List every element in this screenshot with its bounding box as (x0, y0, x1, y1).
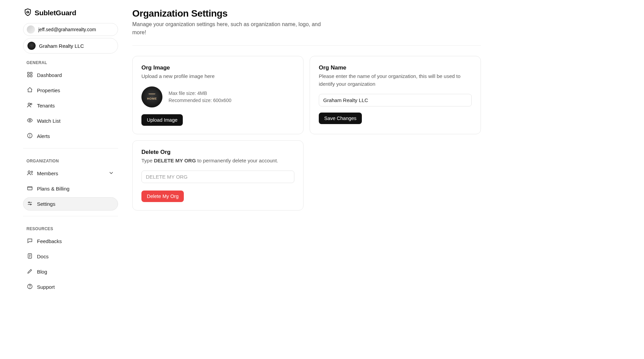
svg-rect-2 (27, 75, 29, 77)
card-subtitle: Upload a new profile image here (141, 73, 294, 80)
shield-home-icon (24, 8, 32, 18)
sidebar-item-blog[interactable]: Blog (23, 265, 118, 278)
delete-bold: DELETE MY ORG (154, 158, 196, 163)
card-title: Org Name (319, 64, 472, 71)
svg-rect-0 (27, 72, 29, 74)
divider (132, 45, 481, 46)
sidebar-item-tenants[interactable]: Tenants (23, 99, 118, 112)
sidebar-item-label: Tenants (37, 103, 55, 108)
org-name-label: Graham Realty LLC (39, 43, 84, 49)
sidebar-item-label: Members (37, 171, 58, 176)
svg-point-9 (30, 137, 30, 137)
org-image-preview: HOME (141, 86, 162, 107)
sidebar-item-label: Settings (37, 201, 55, 207)
sidebar-item-plans-billing[interactable]: Plans & Billing (23, 182, 118, 195)
sidebar: SubletGuard jeff.sed@grahamrealty.com Gr… (20, 0, 121, 359)
svg-rect-11 (27, 187, 32, 190)
sidebar-item-docs[interactable]: Docs (23, 250, 118, 263)
help-icon (27, 283, 33, 291)
card-icon (27, 185, 33, 192)
sidebar-item-alerts[interactable]: Alerts (23, 129, 118, 143)
dashboard-icon (27, 72, 33, 79)
org-account-pill[interactable]: Graham Realty LLC (23, 38, 118, 54)
nav-section-organization: ORGANIZATION (23, 154, 118, 165)
svg-rect-3 (31, 75, 32, 77)
sidebar-item-label: Support (37, 284, 55, 290)
delete-prefix: Type (141, 158, 154, 163)
nav-divider (23, 216, 118, 216)
sidebar-item-members[interactable]: Members (23, 167, 118, 180)
svg-point-5 (31, 103, 32, 105)
user-account-pill[interactable]: jeff.sed@grahamrealty.com (23, 23, 118, 36)
brand-name: SubletGuard (35, 9, 76, 17)
sidebar-item-label: Dashboard (37, 72, 62, 78)
main-content: Organization Settings Manage your organi… (121, 0, 494, 359)
brand-logo[interactable]: SubletGuard (23, 6, 118, 21)
sidebar-item-label: Properties (37, 87, 60, 93)
docs-icon (27, 253, 33, 260)
delete-org-button[interactable]: Delete My Org (141, 191, 184, 202)
upload-image-button[interactable]: Upload Image (141, 114, 183, 126)
org-avatar-icon (27, 42, 36, 50)
svg-point-14 (28, 202, 30, 203)
sidebar-item-label: Watch List (37, 118, 60, 124)
alert-icon (27, 133, 33, 140)
sidebar-item-watchlist[interactable]: Watch List (23, 114, 118, 127)
home-icon (27, 87, 33, 94)
pen-icon (27, 268, 33, 275)
rec-size-text: Recommended size: 600x600 (169, 97, 231, 104)
sidebar-item-properties[interactable]: Properties (23, 84, 118, 97)
sidebar-item-label: Docs (37, 254, 48, 259)
max-size-text: Max file size: 4MB (169, 90, 231, 97)
sidebar-item-label: Feedbacks (37, 238, 62, 244)
svg-point-10 (28, 171, 30, 173)
save-changes-button[interactable]: Save Changes (319, 113, 362, 124)
eye-icon (27, 117, 33, 124)
members-icon (27, 170, 33, 177)
card-title: Delete Org (141, 149, 294, 156)
delete-org-card: Delete Org Type DELETE MY ORG to permane… (132, 140, 304, 211)
nav-section-general: GENERAL (23, 56, 118, 66)
sidebar-item-label: Plans & Billing (37, 186, 70, 192)
sliders-icon (27, 200, 33, 207)
user-avatar-icon (27, 25, 35, 34)
sidebar-item-label: Blog (37, 269, 47, 275)
card-subtitle: Please enter the name of your organizati… (319, 73, 472, 88)
chat-icon (27, 238, 33, 245)
page-subtitle: Manage your organization settings here, … (132, 20, 322, 37)
svg-point-4 (28, 103, 30, 105)
delete-suffix: to permanently delete your account. (196, 158, 278, 163)
sidebar-item-support[interactable]: Support (23, 280, 118, 294)
image-requirements: Max file size: 4MB Recommended size: 600… (169, 90, 231, 104)
svg-point-6 (29, 120, 31, 121)
sidebar-item-label: Alerts (37, 133, 50, 139)
org-name-input[interactable] (319, 94, 472, 106)
sidebar-item-feedbacks[interactable]: Feedbacks (23, 235, 118, 248)
card-title: Org Image (141, 64, 294, 71)
nav-section-resources: RESOURCES (23, 222, 118, 233)
sidebar-item-settings[interactable]: Settings (23, 197, 118, 211)
org-image-card: Org Image Upload a new profile image her… (132, 56, 304, 134)
svg-point-16 (30, 204, 31, 205)
svg-point-22 (30, 287, 30, 288)
users-icon (27, 102, 33, 109)
chevron-down-icon (108, 170, 114, 177)
svg-rect-1 (31, 72, 32, 74)
page-title: Organization Settings (132, 8, 481, 19)
org-name-card: Org Name Please enter the name of your o… (310, 56, 481, 134)
nav-divider (23, 148, 118, 148)
delete-confirm-input[interactable] (141, 171, 294, 183)
card-subtitle: Type DELETE MY ORG to permanently delete… (141, 157, 294, 165)
sidebar-item-dashboard[interactable]: Dashboard (23, 68, 118, 82)
user-email-label: jeff.sed@grahamrealty.com (38, 27, 96, 32)
